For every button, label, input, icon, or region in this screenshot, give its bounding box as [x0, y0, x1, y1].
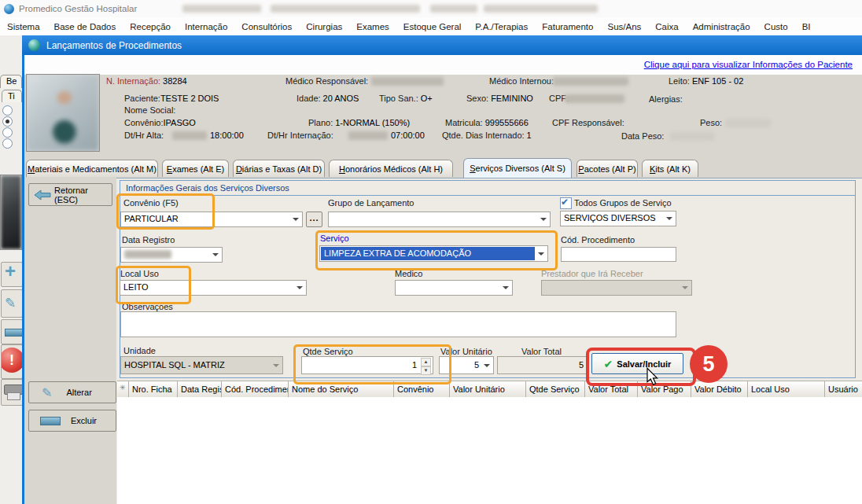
menu-item-internacao[interactable]: Internação [178, 19, 234, 35]
add-button[interactable]: + [1, 262, 23, 287]
column-header-convenio[interactable]: Convênio [394, 381, 450, 398]
menu-item-consultorios[interactable]: Consultórios [234, 19, 299, 35]
green-check-icon: ✔ [604, 358, 613, 370]
alert-button[interactable]: ! [1, 344, 23, 379]
grupo-lancamento-combobox[interactable] [328, 212, 551, 227]
exclamation-icon: ! [1, 348, 23, 373]
patient-medico-responsavel: Médico Responsável: [285, 76, 370, 86]
menu-item-recepcao[interactable]: Recepção [123, 19, 178, 35]
back-arrow-icon [33, 189, 51, 200]
patient-nome: Paciente:TESTE 2 DOIS [124, 94, 219, 103]
menu-item-pa-terapias[interactable]: P.A./Terapias [468, 19, 535, 35]
spin-up-button[interactable]: ▲ [421, 358, 431, 366]
tab-exames[interactable]: Exames (Alt E) [162, 160, 229, 177]
tab-pacotes[interactable]: Pacotes (Alt P) [577, 160, 638, 177]
dropdown-arrow-icon [679, 281, 691, 295]
dropdown-arrow-icon [535, 246, 547, 261]
asterisk-icon: ✳ [117, 381, 129, 398]
patient-info-link[interactable]: Clique aqui para visualizar Informações … [644, 60, 853, 69]
menu-item-bi[interactable]: BI [795, 19, 818, 35]
column-header-data-registro[interactable]: Data Regist [178, 381, 222, 398]
redacted-data-registro [124, 250, 171, 259]
servico-combobox[interactable]: LIMPEZA EXTRA DE ACOMODAÇÃO [319, 245, 548, 262]
column-header-usuario[interactable]: Usuário [825, 381, 862, 398]
convenio-combobox[interactable]: PARTICULAR [120, 212, 303, 227]
menu-item-faturamento[interactable]: Faturamento [535, 19, 600, 35]
observacoes-textarea[interactable] [120, 311, 676, 337]
pencil-icon: ✎ [42, 385, 52, 400]
patient-hora-internacao: 07:00:00 [391, 131, 425, 140]
todos-grupos-label: Todos Grupos de Serviço [574, 198, 672, 208]
tab-servicos-diversos[interactable]: Serviços Diversos (Alt S) [463, 158, 572, 178]
sidebar [24, 178, 117, 504]
tab-materiais-medicamentos[interactable]: Materiais e Medicamentos (Alt M) [26, 160, 158, 177]
dropdown-arrow-icon [663, 212, 676, 226]
patient-data-peso: Data Peso: [621, 131, 666, 141]
app-menubar: Sistema Base de Dados Recepção Internaçã… [0, 17, 862, 36]
medico-combobox[interactable] [395, 280, 513, 296]
data-registro-label: Data Registro [122, 235, 175, 245]
grupo-servico-combobox[interactable]: SERVIÇOS DIVERSOS [560, 211, 676, 226]
unidade-combobox: HOSPITAL SQL - MATRIZ [120, 356, 283, 374]
menu-item-sistema[interactable]: Sistema [0, 19, 47, 35]
browse-button[interactable]: ... [306, 212, 322, 227]
window-title: Lançamentos de Procedimentos [46, 40, 182, 51]
plus-icon: + [5, 262, 16, 282]
tab-diarias-taxas[interactable]: Diárias e Taxas (Alt D) [233, 160, 325, 177]
menu-item-custo[interactable]: Custo [757, 19, 795, 35]
retornar-button[interactable]: Retornar (ESC) [28, 183, 112, 206]
background-tab-partial[interactable]: Be [0, 75, 22, 88]
redacted-medico-internou [553, 77, 628, 86]
menu-item-administracao[interactable]: Administração [686, 19, 757, 35]
radio-option[interactable] [2, 105, 13, 116]
redacted-title-text [271, 5, 420, 13]
patient-tipo-sanguineo: Tipo San.:O+ [379, 94, 433, 103]
patient-internacao: N. Internação:38284 [106, 76, 187, 86]
column-header-local-uso[interactable]: Local Uso [748, 381, 825, 398]
column-header-nome-servico[interactable]: Nome do Serviço [289, 381, 394, 398]
redacted-peso [725, 119, 771, 127]
valor-unitario-combobox[interactable]: 5 [439, 356, 494, 374]
menu-item-estoque-geral[interactable]: Estoque Geral [396, 19, 469, 35]
background-window-strip: Be Ti + ✎ ! [0, 35, 23, 504]
salvar-incluir-button[interactable]: ✔ Salvar/Incluir [591, 353, 683, 374]
column-header-valor-debito[interactable]: Valor Débito [691, 381, 748, 398]
cod-procedimento-input[interactable] [561, 247, 676, 262]
background-tab-label: Be [6, 76, 17, 86]
convenio-label: Convênio (F5) [123, 198, 179, 208]
alterar-button[interactable]: ✎ Alterar [28, 381, 116, 403]
redacted-medico-responsavel [371, 77, 444, 86]
edit-button[interactable]: ✎ [1, 289, 23, 318]
column-header-valor-unitario[interactable]: Valor Unitário [450, 381, 526, 398]
grid-body[interactable] [117, 397, 862, 504]
radio-option[interactable] [2, 138, 13, 149]
patient-photo [26, 74, 100, 152]
menu-item-cirurgias[interactable]: Cirurgias [299, 19, 349, 35]
grupo-lancamento-label: Grupo de Lançamento [328, 198, 414, 208]
menu-item-base-de-dados[interactable]: Base de Dados [47, 19, 123, 35]
tab-honorarios-medicos[interactable]: Honorários Médicos (Alt H) [329, 160, 453, 177]
minus-bar-icon [5, 329, 23, 337]
local-uso-label: Local Uso [120, 269, 159, 278]
excluir-button[interactable]: Excluir [28, 410, 116, 432]
background-tab-partial-2[interactable]: Ti [2, 90, 22, 102]
print-button[interactable] [1, 379, 23, 406]
menu-item-caixa[interactable]: Caixa [648, 19, 685, 35]
menu-item-sus-ans[interactable]: Sus/Ans [600, 19, 648, 35]
qtde-servico-spinner[interactable]: 1 ▲ ▼ [301, 356, 433, 374]
redacted-title-text [182, 5, 261, 13]
column-header-nro-ficha[interactable]: Nro. Ficha [129, 381, 178, 398]
local-uso-combobox[interactable]: LEITO [120, 280, 307, 296]
todos-grupos-checkbox[interactable]: ✔ [560, 197, 572, 209]
column-header-valor-total[interactable]: Valor Total [585, 381, 638, 398]
radio-option-selected[interactable] [2, 116, 13, 127]
spin-down-button[interactable]: ▼ [421, 366, 431, 375]
column-header-qtde-servico[interactable]: Qtde Serviço [526, 381, 585, 398]
menu-item-exames[interactable]: Exames [349, 19, 396, 35]
dropdown-arrow-icon [209, 248, 222, 262]
tab-kits[interactable]: Kits (Alt K) [642, 160, 698, 177]
radio-option[interactable] [2, 127, 13, 138]
column-header-cod-procedimento[interactable]: Cód. Procediment [222, 381, 289, 398]
remove-button[interactable] [1, 319, 23, 344]
patient-dias-internado: Qtde. Dias Internado:1 [442, 131, 532, 140]
